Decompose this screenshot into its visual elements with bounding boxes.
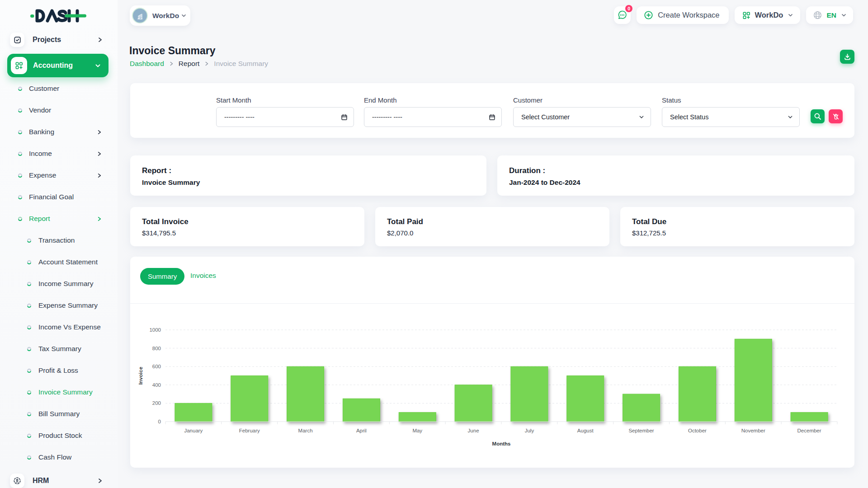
reset-filter-button[interactable] — [829, 109, 843, 123]
bullet-icon — [18, 195, 23, 200]
language-label: EN — [826, 11, 836, 19]
sidebar-item-label: Profit & Loss — [38, 366, 78, 375]
breadcrumb-report[interactable]: Report — [179, 60, 200, 68]
bullet-icon — [18, 216, 23, 221]
breadcrumb-current: Invoice Summary — [214, 60, 268, 68]
report-value: Invoice Summary — [142, 178, 475, 187]
sidebar-item-projects[interactable]: Projects — [0, 29, 118, 51]
bullet-icon — [27, 412, 32, 417]
create-workspace-button[interactable]: Create Workspace — [637, 6, 728, 24]
status-select[interactable]: Select Status — [662, 107, 800, 127]
status-field: Status Select Status — [662, 96, 800, 127]
bullet-icon — [18, 151, 23, 156]
sidebar-item-expense[interactable]: Expense — [0, 164, 118, 186]
sidebar-item-expense-summary[interactable]: Expense Summary — [0, 295, 118, 316]
sidebar-item-income-summary[interactable]: Income Summary — [0, 273, 118, 295]
sidebar-item-financial-goal[interactable]: Financial Goal — [0, 186, 118, 208]
topbar: WorkDo 0 Create Workspace WorkDo EN — [118, 0, 868, 32]
svg-text:July: July — [525, 428, 534, 433]
sidebar-item-label: Financial Goal — [29, 193, 74, 201]
category-plus-icon — [11, 57, 27, 74]
customer-select[interactable]: Select Customer — [513, 107, 651, 127]
tab-summary[interactable]: Summary — [140, 268, 184, 285]
search-button[interactable] — [811, 109, 825, 123]
language-button[interactable]: EN — [806, 6, 853, 24]
category-plus-icon — [742, 11, 751, 20]
svg-text:April: April — [356, 428, 367, 433]
chevron-right-icon — [169, 61, 174, 66]
chevron-down-icon — [638, 114, 645, 120]
sidebar-item-label: Cash Flow — [38, 453, 71, 461]
sidebar-item-cash-flow[interactable]: Cash Flow — [0, 446, 118, 468]
total-invoice-card: Total Invoice $314,795.5 — [130, 207, 364, 246]
chevron-right-icon — [204, 61, 209, 66]
brand-logo[interactable] — [30, 8, 86, 24]
svg-text:September: September — [628, 428, 654, 433]
sidebar-item-transaction[interactable]: Transaction — [0, 230, 118, 251]
sidebar-item-profit-loss[interactable]: Profit & Loss — [0, 360, 118, 381]
sidebar-item-label: Bill Summary — [38, 410, 80, 418]
bullet-icon — [27, 260, 32, 265]
bullet-icon — [27, 282, 32, 286]
report-label: Report : — [142, 166, 475, 175]
workspace-name: WorkDo — [152, 12, 179, 20]
total-invoice-label: Total Invoice — [142, 217, 353, 226]
customer-field: Customer Select Customer — [513, 96, 651, 127]
sidebar-item-product-stock[interactable]: Product Stock — [0, 425, 118, 446]
chevron-right-icon — [96, 129, 102, 135]
sidebar-item-label: Income — [29, 150, 52, 158]
bullet-icon — [18, 108, 23, 113]
duration-value: Jan-2024 to Dec-2024 — [509, 178, 843, 187]
workspace-selector[interactable]: WorkDo — [130, 5, 190, 26]
sidebar-item-banking[interactable]: Banking — [0, 121, 118, 143]
svg-text:1000: 1000 — [149, 327, 161, 333]
chat-icon — [617, 10, 627, 20]
customer-label: Customer — [513, 96, 651, 104]
tab-invoices[interactable]: Invoices — [190, 272, 216, 280]
bullet-icon — [27, 347, 32, 352]
chevron-right-icon — [97, 37, 103, 43]
sidebar-item-label: Product Stock — [38, 432, 82, 440]
report-card: Report : Invoice Summary — [130, 155, 486, 196]
sidebar-item-label: Income Vs Expense — [38, 323, 101, 331]
total-paid-label: Total Paid — [387, 217, 598, 226]
end-month-label: End Month — [364, 96, 502, 104]
month-input-placeholder: --------- ---- — [224, 113, 255, 121]
svg-text:0: 0 — [158, 419, 161, 424]
bullet-icon — [27, 390, 32, 395]
sidebar-item-label: Invoice Summary — [38, 388, 93, 396]
sidebar-item-vendor[interactable]: Vendor — [0, 99, 118, 121]
sidebar-item-accounting[interactable]: Accounting — [7, 54, 108, 77]
svg-text:October: October — [688, 428, 707, 433]
sidebar-item-invoice-summary[interactable]: Invoice Summary — [0, 381, 118, 403]
download-button[interactable] — [840, 50, 854, 64]
hrm-icon — [10, 474, 24, 488]
sidebar-item-label: Tax Summary — [38, 345, 81, 353]
sidebar-item-bill-summary[interactable]: Bill Summary — [0, 403, 118, 425]
bullet-icon — [27, 368, 32, 373]
checkbox-icon — [10, 33, 24, 47]
sidebar-item-tax-summary[interactable]: Tax Summary — [0, 338, 118, 360]
messages-badge: 0 — [625, 5, 632, 12]
sidebar-item-customer[interactable]: Customer — [0, 78, 118, 99]
sidebar-item-income-vs-expense[interactable]: Income Vs Expense — [0, 316, 118, 338]
sidebar-item-income[interactable]: Income — [0, 143, 118, 164]
svg-text:June: June — [468, 428, 479, 433]
workspace-avatar — [132, 8, 148, 23]
bar-chart-svg: 02004006008001000JanuaryFebruaryMarchApr… — [130, 304, 854, 466]
chart-tabs: Summary Invoices — [130, 257, 854, 304]
download-icon — [844, 53, 851, 61]
workdo-menu-button[interactable]: WorkDo — [735, 6, 801, 24]
end-month-input[interactable]: --------- ---- — [364, 107, 502, 127]
sidebar-item-account-statement[interactable]: Account Statement — [0, 251, 118, 273]
bullet-icon — [27, 325, 32, 330]
messages-button[interactable]: 0 — [614, 6, 631, 24]
sidebar-item-report[interactable]: Report — [0, 208, 118, 230]
start-month-input[interactable]: --------- ---- — [216, 107, 354, 127]
calendar-icon[interactable] — [341, 114, 348, 121]
svg-text:January: January — [184, 428, 203, 433]
chart-card: Summary Invoices 02004006008001000Januar… — [130, 257, 854, 468]
breadcrumb-dashboard[interactable]: Dashboard — [130, 60, 164, 68]
sidebar-item-hrm[interactable]: HRM — [0, 470, 118, 488]
calendar-icon[interactable] — [489, 114, 495, 121]
